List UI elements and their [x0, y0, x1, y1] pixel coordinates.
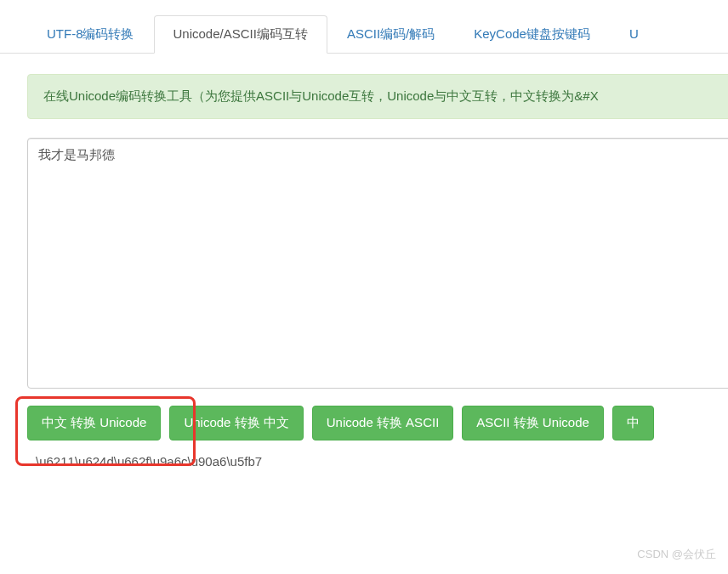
btn-unicode-to-cn[interactable]: Unicode 转换 中文	[169, 406, 303, 440]
btn-unicode-to-ascii[interactable]: Unicode 转换 ASCII	[312, 406, 454, 440]
info-alert: 在线Unicode编码转换工具（为您提供ASCII与Unicode互转，Unic…	[27, 74, 728, 119]
tab-utf8[interactable]: UTF-8编码转换	[27, 15, 154, 54]
input-area	[27, 138, 728, 392]
tab-bar: UTF-8编码转换 Unicode/ASCII编码互转 ASCII编码/解码 K…	[0, 15, 728, 54]
btn-partial[interactable]: 中	[612, 406, 654, 440]
watermark: CSDN @会伏丘	[637, 547, 716, 562]
text-input[interactable]	[27, 138, 728, 389]
tab-ascii[interactable]: ASCII编码/解码	[327, 15, 454, 54]
button-row: 中文 转换 Unicode Unicode 转换 中文 Unicode 转换 A…	[27, 406, 728, 440]
tab-partial[interactable]: U	[610, 15, 658, 54]
output-text: \u6211\u624d\u662f\u9a6c\u90a6\u5fb7	[27, 451, 728, 472]
tab-keycode[interactable]: KeyCode键盘按键码	[454, 15, 610, 54]
btn-ascii-to-unicode[interactable]: ASCII 转换 Unicode	[462, 406, 604, 440]
tab-unicode-ascii[interactable]: Unicode/ASCII编码互转	[154, 15, 327, 54]
btn-cn-to-unicode[interactable]: 中文 转换 Unicode	[27, 406, 161, 440]
